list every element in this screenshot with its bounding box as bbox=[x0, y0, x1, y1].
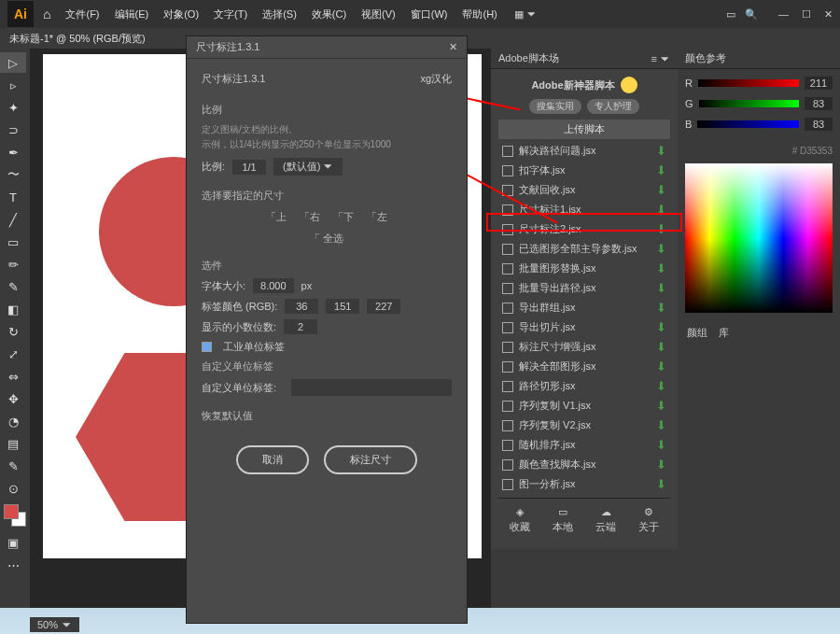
pen-tool[interactable]: ✒ bbox=[0, 142, 26, 162]
b-value[interactable]: 83 bbox=[805, 118, 833, 131]
label-b[interactable]: 227 bbox=[367, 299, 400, 314]
list-item[interactable]: 已选图形全部主导参数.jsx⬇ bbox=[498, 239, 670, 259]
r-value[interactable]: 211 bbox=[805, 77, 833, 90]
menu-help[interactable]: 帮助(H) bbox=[456, 4, 502, 25]
list-item[interactable]: 图一分析.jsx⬇ bbox=[498, 474, 670, 494]
ratio-dropdown[interactable]: (默认值) ⏷ bbox=[273, 158, 343, 176]
download-icon[interactable]: ⬇ bbox=[656, 477, 666, 491]
download-icon[interactable]: ⬇ bbox=[656, 261, 666, 275]
download-icon[interactable]: ⬇ bbox=[656, 438, 666, 452]
ok-button[interactable]: 标注尺寸 bbox=[324, 445, 417, 474]
free-transform[interactable]: ✥ bbox=[0, 388, 26, 409]
gradient-tool[interactable]: ▤ bbox=[0, 433, 26, 454]
ratio-value[interactable]: 1/1 bbox=[232, 160, 266, 175]
chk-top[interactable]: 「上 bbox=[266, 210, 287, 224]
home-icon[interactable]: ⌂ bbox=[43, 7, 50, 21]
g-slider[interactable] bbox=[699, 100, 799, 107]
color-swatch[interactable] bbox=[4, 504, 26, 527]
menu-edit[interactable]: 编辑(E) bbox=[109, 4, 155, 25]
list-item[interactable]: 序列复制 V1.jsx⬇ bbox=[498, 396, 670, 416]
curve-tool[interactable]: 〜 bbox=[0, 164, 26, 185]
b-slider[interactable] bbox=[697, 120, 799, 128]
list-item[interactable]: 扣字体.jsx⬇ bbox=[498, 161, 670, 180]
doc-icon[interactable]: ▭ bbox=[726, 8, 735, 21]
label-g[interactable]: 151 bbox=[326, 299, 359, 314]
pill-1[interactable]: 搜集实用 bbox=[529, 99, 581, 114]
color-spectrum[interactable] bbox=[685, 163, 833, 313]
download-icon[interactable]: ⬇ bbox=[656, 320, 666, 334]
close-icon[interactable]: ✕ bbox=[449, 41, 457, 53]
nav-fav[interactable]: ◈收藏 bbox=[510, 506, 530, 534]
list-item[interactable]: 标注尺寸增强.jsx⬇ bbox=[498, 337, 670, 357]
download-icon[interactable]: ⬇ bbox=[656, 242, 666, 256]
list-item[interactable]: 随机排序.jsx⬇ bbox=[498, 435, 670, 455]
eyedropper-tool[interactable]: ✎ bbox=[0, 456, 26, 476]
cb-custom-label[interactable]: 自定义单位标签 bbox=[202, 359, 273, 373]
wand-tool[interactable]: ✦ bbox=[0, 97, 26, 118]
dialog-tab1[interactable]: 尺寸标注1.3.1 bbox=[202, 72, 265, 86]
width-tool[interactable]: ⇔ bbox=[0, 366, 26, 387]
zoom-bar[interactable]: 50%⏷ bbox=[30, 617, 79, 632]
label-r[interactable]: 36 bbox=[285, 299, 318, 314]
tab-libs[interactable]: 库 bbox=[719, 326, 729, 340]
download-icon[interactable]: ⬇ bbox=[656, 281, 666, 295]
brush-tool[interactable]: ✏ bbox=[0, 254, 26, 275]
download-icon[interactable]: ⬇ bbox=[656, 301, 666, 315]
chevron-down-icon[interactable]: ⏷ bbox=[62, 619, 72, 630]
chk-left[interactable]: 「左 bbox=[367, 210, 387, 224]
eraser-tool[interactable]: ◧ bbox=[0, 299, 26, 319]
list-item[interactable]: 序列复制 V2.jsx⬇ bbox=[498, 416, 670, 435]
grid-icon[interactable]: ▦ ⏷ bbox=[514, 8, 537, 21]
font-size-field[interactable]: 8.000 bbox=[253, 278, 294, 293]
download-icon[interactable]: ⬇ bbox=[656, 359, 666, 373]
list-item[interactable]: 批量导出路径.jsx⬇ bbox=[498, 278, 670, 298]
direct-select-tool[interactable]: ▹ bbox=[0, 75, 26, 95]
rotate-tool[interactable]: ↻ bbox=[0, 321, 26, 342]
blend-tool[interactable]: ⊙ bbox=[0, 478, 26, 499]
menu-effect[interactable]: 效果(C) bbox=[306, 4, 352, 25]
download-icon[interactable]: ⬇ bbox=[656, 163, 666, 177]
screen-mode[interactable]: ▣ bbox=[0, 532, 26, 553]
nav-cloud[interactable]: ☁云端 bbox=[595, 506, 616, 534]
edit-toolbar[interactable]: ⋯ bbox=[0, 555, 26, 575]
close-icon[interactable]: ✕ bbox=[824, 8, 833, 21]
list-item[interactable]: 文献回收.jsx⬇ bbox=[498, 180, 670, 200]
list-item[interactable]: 批量图形替换.jsx⬇ bbox=[498, 259, 670, 278]
selection-tool[interactable]: ▷ bbox=[0, 52, 26, 73]
cancel-button[interactable]: 取消 bbox=[236, 445, 309, 474]
nav-local[interactable]: ▭本地 bbox=[553, 506, 573, 534]
type-tool[interactable]: T bbox=[0, 187, 26, 207]
download-icon[interactable]: ⬇ bbox=[656, 340, 666, 354]
list-item[interactable]: 导出切片.jsx⬇ bbox=[498, 317, 670, 337]
menu-type[interactable]: 文字(T) bbox=[208, 4, 253, 25]
g-value[interactable]: 83 bbox=[805, 97, 833, 110]
r-slider[interactable] bbox=[698, 79, 799, 87]
list-item[interactable]: 解决路径问题.jsx⬇ bbox=[498, 141, 670, 161]
search-icon[interactable]: 🔍 bbox=[745, 8, 758, 21]
menu-object[interactable]: 对象(O) bbox=[158, 4, 204, 25]
custom-unit-input[interactable] bbox=[291, 379, 452, 396]
list-item[interactable]: 解决全部图形.jsx⬇ bbox=[498, 357, 670, 376]
hex-value[interactable]: # D35353 bbox=[678, 146, 840, 156]
list-item[interactable]: 颜色查找脚本.jsx⬇ bbox=[498, 455, 670, 474]
dec-field[interactable]: 2 bbox=[284, 319, 317, 334]
shape-builder[interactable]: ◔ bbox=[0, 411, 26, 431]
lasso-tool[interactable]: ⊃ bbox=[0, 120, 26, 140]
download-icon[interactable]: ⬇ bbox=[656, 418, 666, 432]
minimize-icon[interactable]: — bbox=[778, 8, 789, 21]
menu-select[interactable]: 选择(S) bbox=[257, 4, 302, 25]
chk-right[interactable]: 「右 bbox=[300, 210, 320, 224]
menu-file[interactable]: 文件(F) bbox=[60, 4, 105, 25]
download-icon[interactable]: ⬇ bbox=[656, 458, 666, 472]
list-item[interactable]: 路径切形.jsx⬇ bbox=[498, 376, 670, 396]
download-icon[interactable]: ⬇ bbox=[656, 183, 666, 197]
download-icon[interactable]: ⬇ bbox=[656, 379, 666, 393]
menu-view[interactable]: 视图(V) bbox=[356, 4, 401, 25]
scale-tool[interactable]: ⤢ bbox=[0, 344, 26, 364]
shaper-tool[interactable]: ✎ bbox=[0, 276, 26, 297]
line-tool[interactable]: ╱ bbox=[0, 209, 26, 230]
menu-window[interactable]: 窗口(W) bbox=[405, 4, 454, 25]
nav-about[interactable]: ⚙关于 bbox=[638, 506, 659, 534]
chk-bottom[interactable]: 「下 bbox=[333, 210, 354, 224]
download-icon[interactable]: ⬇ bbox=[656, 399, 666, 413]
